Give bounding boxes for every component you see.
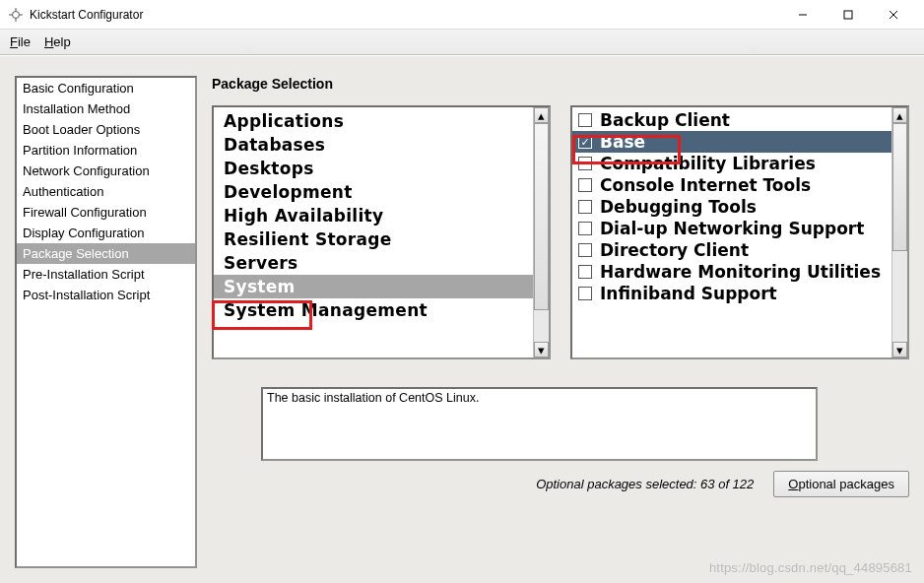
scroll-up-icon[interactable]: ▴: [892, 107, 907, 123]
optional-packages-button[interactable]: Optional packages: [773, 471, 909, 497]
menubar: File Help: [0, 30, 924, 55]
scroll-up-icon[interactable]: ▴: [534, 107, 549, 123]
checkbox-icon[interactable]: [578, 157, 592, 170]
category-list: Applications Databases Desktops Developm…: [212, 105, 551, 359]
scroll-down-icon[interactable]: ▾: [892, 342, 907, 357]
close-button[interactable]: [871, 0, 916, 30]
package-label: Directory Client: [600, 240, 749, 260]
sidebar-item-partition-information[interactable]: Partition Information: [17, 140, 195, 161]
scroll-thumb[interactable]: [534, 123, 549, 310]
package-item[interactable]: Infiniband Support: [572, 283, 891, 304]
scrollbar[interactable]: ▴ ▾: [891, 107, 907, 357]
category-item[interactable]: System Management: [214, 298, 533, 322]
package-label: Debugging Tools: [600, 197, 757, 217]
category-item-selected[interactable]: System: [214, 275, 533, 298]
sidebar: Basic Configuration Installation Method …: [15, 76, 197, 568]
app-icon: [8, 7, 24, 23]
package-item[interactable]: Dial-up Networking Support: [572, 218, 891, 239]
category-item[interactable]: High Availability: [214, 204, 533, 227]
checkbox-icon[interactable]: [578, 200, 592, 214]
package-label: Infiniband Support: [600, 284, 777, 303]
category-item[interactable]: Development: [214, 180, 533, 204]
menu-help[interactable]: Help: [40, 32, 75, 51]
sidebar-item-installation-method[interactable]: Installation Method: [17, 98, 195, 119]
category-item[interactable]: Applications: [214, 109, 533, 133]
package-item[interactable]: Directory Client: [572, 239, 891, 261]
window-title: Kickstart Configurator: [30, 8, 143, 22]
package-label: Base: [600, 132, 645, 152]
package-item[interactable]: Compatibility Libraries: [572, 153, 891, 174]
checkbox-icon[interactable]: [578, 178, 592, 192]
package-list: Backup Client ✓Base Compatibility Librar…: [570, 105, 909, 359]
checkbox-icon[interactable]: [578, 243, 592, 257]
scroll-down-icon[interactable]: ▾: [534, 342, 549, 357]
package-item[interactable]: Backup Client: [572, 109, 891, 131]
package-item-selected[interactable]: ✓Base: [572, 131, 891, 153]
checkbox-icon[interactable]: ✓: [578, 135, 592, 149]
scrollbar[interactable]: ▴ ▾: [533, 107, 549, 357]
minimize-button[interactable]: [780, 0, 825, 30]
category-item[interactable]: Resilient Storage: [214, 227, 533, 251]
sidebar-item-post-installation-script[interactable]: Post-Installation Script: [17, 285, 195, 305]
main-panel: Package Selection Applications Databases…: [212, 76, 909, 568]
package-item[interactable]: Debugging Tools: [572, 196, 891, 218]
package-item[interactable]: Console Internet Tools: [572, 174, 891, 196]
package-label: Compatibility Libraries: [600, 154, 816, 173]
sidebar-item-package-selection[interactable]: Package Selection: [17, 243, 195, 264]
category-item[interactable]: Desktops: [214, 157, 533, 180]
package-label: Hardware Monitoring Utilities: [600, 262, 881, 282]
sidebar-item-display-configuration[interactable]: Display Configuration: [17, 223, 195, 243]
sidebar-item-basic-configuration[interactable]: Basic Configuration: [17, 78, 195, 98]
checkbox-icon[interactable]: [578, 265, 592, 279]
optional-count: Optional packages selected: 63 of 122: [536, 477, 754, 491]
package-item[interactable]: Hardware Monitoring Utilities: [572, 261, 891, 283]
client-area: Basic Configuration Installation Method …: [0, 55, 924, 583]
sidebar-item-network-configuration[interactable]: Network Configuration: [17, 161, 195, 181]
checkbox-icon[interactable]: [578, 113, 592, 127]
watermark: https://blog.csdn.net/qq_44895681: [709, 560, 912, 575]
package-label: Dial-up Networking Support: [600, 219, 864, 238]
description-box: The basic installation of CentOS Linux.: [261, 387, 818, 461]
maximize-button[interactable]: [825, 0, 871, 30]
checkbox-icon[interactable]: [578, 222, 592, 235]
sidebar-item-authentication[interactable]: Authentication: [17, 181, 195, 202]
category-item[interactable]: Databases: [214, 133, 533, 157]
sidebar-item-boot-loader-options[interactable]: Boot Loader Options: [17, 119, 195, 140]
checkbox-icon[interactable]: [578, 287, 592, 300]
package-label: Console Internet Tools: [600, 175, 811, 195]
section-title: Package Selection: [212, 76, 909, 92]
svg-point-0: [13, 11, 20, 18]
svg-rect-6: [844, 11, 852, 19]
package-label: Backup Client: [600, 110, 730, 130]
titlebar: Kickstart Configurator: [0, 0, 924, 30]
sidebar-item-firewall-configuration[interactable]: Firewall Configuration: [17, 202, 195, 223]
scroll-thumb[interactable]: [892, 123, 907, 251]
menu-file[interactable]: File: [6, 32, 34, 51]
category-item[interactable]: Servers: [214, 251, 533, 275]
sidebar-item-pre-installation-script[interactable]: Pre-Installation Script: [17, 264, 195, 285]
